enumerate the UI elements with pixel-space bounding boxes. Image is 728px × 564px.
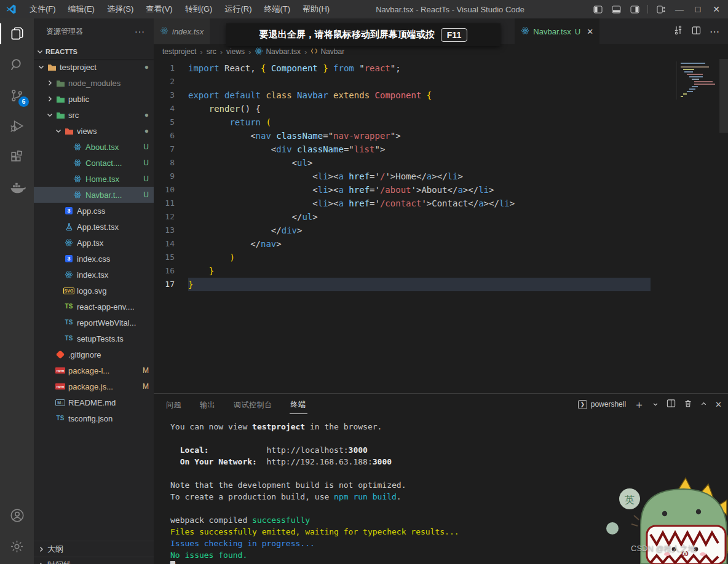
terminal-output[interactable]: You can now view testproject in the brow… xyxy=(154,415,728,564)
menubar-item[interactable]: 选择(S) xyxy=(101,2,139,17)
breadcrumb-item[interactable]: src xyxy=(207,47,216,56)
minimap[interactable] xyxy=(676,61,717,100)
git-status-badge: U xyxy=(143,143,149,151)
outline-section[interactable]: 大纲 xyxy=(34,541,154,557)
code-line-5: 5 return ( xyxy=(154,116,728,129)
more-actions-icon[interactable]: ⋯ xyxy=(710,26,719,37)
menubar-item[interactable]: 编辑(E) xyxy=(63,2,100,17)
terminal-instance[interactable]: ❯ powershell xyxy=(578,400,626,409)
breadcrumb-item[interactable]: testproject xyxy=(162,47,196,56)
tree-item-contact....[interactable]: Contact....U xyxy=(34,155,154,171)
terminal-dropdown-icon[interactable] xyxy=(652,400,659,409)
views-more-actions-icon[interactable]: ··· xyxy=(135,26,145,36)
toggle-sidebar-icon[interactable] xyxy=(590,2,606,16)
line-number: 8 xyxy=(154,156,188,170)
tree-item-app.test.tsx[interactable]: App.test.tsx xyxy=(34,219,154,235)
menubar-item[interactable]: 运行(R) xyxy=(219,2,257,17)
split-editor-icon[interactable] xyxy=(692,26,701,37)
line-number: 15 xyxy=(154,251,188,264)
customize-layout-icon[interactable] xyxy=(653,2,669,16)
tree-item-views[interactable]: views● xyxy=(34,123,154,139)
editor-area: 要退出全屏，请将鼠标移动到屏幕顶端或按 F11 index.tsx tsx U … xyxy=(154,18,728,564)
test-flask-icon xyxy=(63,222,74,231)
breadcrumb-item[interactable]: Navbar.tsx xyxy=(255,47,301,57)
tab-navbar-tsx[interactable]: Navbar.tsx U ✕ xyxy=(515,18,600,44)
tree-item-home.tsx[interactable]: Home.tsxU xyxy=(34,171,154,187)
kill-terminal-icon[interactable] xyxy=(684,399,692,410)
maximize-panel-icon[interactable] xyxy=(700,400,707,409)
menubar-item[interactable]: 帮助(H) xyxy=(297,2,335,17)
ts-green-icon: TS xyxy=(63,304,74,310)
tree-item-src[interactable]: src● xyxy=(34,107,154,123)
vscode-window: 文件(F)编辑(E)选择(S)查看(V)转到(G)运行(R)终端(T)帮助(H)… xyxy=(0,0,728,564)
toggle-panel-icon[interactable] xyxy=(608,2,624,16)
tree-item-node_modules[interactable]: node_modules xyxy=(34,75,154,91)
breadcrumb-item[interactable]: Navbar xyxy=(311,47,344,57)
section-reactts[interactable]: REACTTS xyxy=(34,44,154,59)
code-editor[interactable]: 1import React, { Component } from "react… xyxy=(154,59,728,393)
close-button[interactable]: ✕ xyxy=(708,2,724,16)
title-bar: 文件(F)编辑(E)选择(S)查看(V)转到(G)运行(R)终端(T)帮助(H)… xyxy=(0,0,728,18)
folder-red-icon xyxy=(63,127,74,135)
tree-item-app.css[interactable]: 3App.css xyxy=(34,203,154,219)
tab-index-tsx[interactable]: index.tsx xyxy=(154,18,210,44)
editor-scrollbar[interactable] xyxy=(719,59,728,133)
tree-item-index.css[interactable]: 3index.css xyxy=(34,251,154,267)
toggle-secondary-sidebar-icon[interactable] xyxy=(627,2,643,16)
chevron-right-icon xyxy=(38,546,45,553)
timeline-section[interactable]: 时间线 xyxy=(34,557,154,564)
git-status-badge: U xyxy=(143,174,149,183)
vscode-logo-icon xyxy=(6,4,17,15)
docker-icon[interactable] xyxy=(0,172,34,203)
modified-dot-badge: ● xyxy=(144,127,149,135)
react-icon xyxy=(63,270,74,279)
file-tree: testproject●node_modulespublicsrc●views●… xyxy=(34,59,154,426)
terminal-line: Note that the development build is not o… xyxy=(170,479,728,491)
extensions-icon[interactable] xyxy=(0,141,34,172)
git-status-badge: M xyxy=(143,382,149,391)
tree-item-setuptests.ts[interactable]: TSsetupTests.ts xyxy=(34,331,154,347)
code-line-10: 10 <li><a href='/about'>About</a></li> xyxy=(154,183,728,197)
tree-item-reportwebvital...[interactable]: TSreportWebVital... xyxy=(34,315,154,331)
line-number: 2 xyxy=(154,75,188,88)
open-changes-icon[interactable] xyxy=(673,25,683,37)
source-control-icon[interactable]: 6 xyxy=(0,80,34,111)
maximize-button[interactable]: □ xyxy=(690,2,706,16)
panel-tab-输出[interactable]: 输出 xyxy=(199,395,216,414)
terminal-line xyxy=(170,468,728,479)
new-terminal-icon[interactable]: ＋ xyxy=(634,398,644,412)
tree-item-testproject[interactable]: testproject● xyxy=(34,59,154,75)
tree-item-package.js...[interactable]: npmpackage.js...M xyxy=(34,378,154,394)
close-tab-icon[interactable]: ✕ xyxy=(587,27,593,36)
explorer-icon[interactable] xyxy=(0,18,34,49)
tree-item-logo.svg[interactable]: SVGlogo.svg xyxy=(34,283,154,299)
tree-item-navbar.t...[interactable]: Navbar.t...U xyxy=(34,187,154,203)
tree-item-about.tsx[interactable]: About.tsxU xyxy=(34,139,154,155)
search-icon[interactable] xyxy=(0,49,34,80)
tree-item-readme.md[interactable]: M↓README.md xyxy=(34,394,154,410)
breadcrumb-item[interactable]: views xyxy=(226,47,245,56)
tree-item-.gitignore[interactable]: .gitignore xyxy=(34,347,154,362)
panel-tab-问题[interactable]: 问题 xyxy=(165,395,183,414)
run-debug-icon[interactable] xyxy=(0,111,34,141)
tree-item-package-l...[interactable]: npmpackage-l...M xyxy=(34,362,154,378)
window-title: Navbar.tsx - ReactTs - Visual Studio Cod… xyxy=(335,5,590,14)
panel-tab-调试控制台[interactable]: 调试控制台 xyxy=(232,395,274,414)
menubar-item[interactable]: 转到(G) xyxy=(180,2,218,17)
line-number: 5 xyxy=(154,116,188,129)
tree-item-tsconfig.json[interactable]: TStsconfig.json xyxy=(34,410,154,426)
tree-item-app.tsx[interactable]: App.tsx xyxy=(34,235,154,251)
tree-item-react-app-env....[interactable]: TSreact-app-env.... xyxy=(34,299,154,315)
tree-item-public[interactable]: public xyxy=(34,91,154,107)
menubar-item[interactable]: 终端(T) xyxy=(258,2,296,17)
close-panel-icon[interactable]: ✕ xyxy=(715,400,722,409)
tree-item-index.tsx[interactable]: index.tsx xyxy=(34,267,154,283)
menubar-item[interactable]: 查看(V) xyxy=(140,2,178,17)
menubar-item[interactable]: 文件(F) xyxy=(24,2,61,17)
terminal-line: No issues found. xyxy=(170,549,728,561)
minimize-button[interactable]: — xyxy=(671,2,687,16)
panel-tab-终端[interactable]: 终端 xyxy=(290,394,307,414)
settings-gear-icon[interactable] xyxy=(0,531,34,562)
account-icon[interactable] xyxy=(0,500,34,531)
split-terminal-icon[interactable] xyxy=(667,399,676,410)
